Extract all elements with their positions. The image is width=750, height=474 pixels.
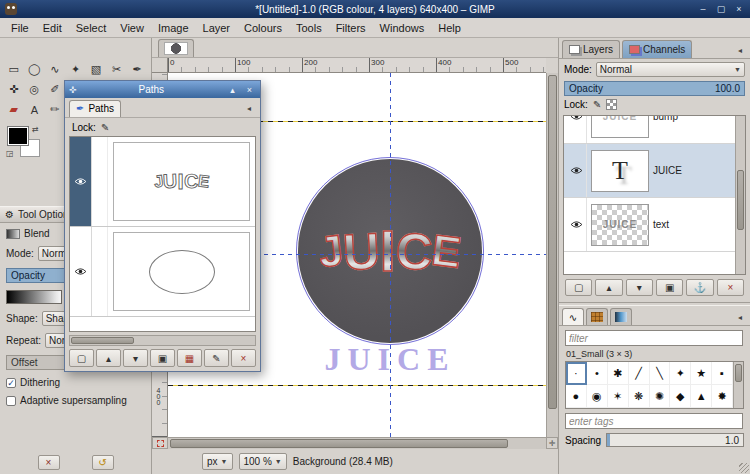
minimize-button[interactable]: – (696, 2, 710, 15)
layer-list-scrollbar[interactable] (735, 116, 745, 274)
menu-item[interactable]: File (4, 20, 36, 36)
brush-swatch[interactable]: ✺ (650, 385, 671, 408)
titlebar[interactable]: *[Untitled]-1.0 (RGB colour, 4 layers) 6… (0, 0, 750, 18)
eraser-tool[interactable]: ▰ (4, 100, 24, 119)
rectangle-select-tool[interactable]: ▭ (4, 60, 24, 79)
visibility-eye-icon[interactable] (567, 115, 587, 143)
tab-brushes[interactable]: ∿ (562, 308, 584, 325)
chain-cell[interactable] (92, 137, 108, 226)
visibility-eye-icon[interactable] (567, 144, 587, 197)
dithering-checkbox[interactable]: ✓ (6, 378, 16, 388)
paths-dialog-menu-button[interactable]: ◂ (242, 100, 256, 116)
lock-alpha-icon[interactable] (606, 99, 617, 110)
anchor-layer-button[interactable]: ⚓ (686, 279, 713, 296)
reset-colors-icon[interactable]: ◲ (6, 149, 14, 158)
tab-patterns[interactable] (586, 308, 608, 325)
close-dialog-button[interactable]: × (243, 83, 256, 96)
brush-swatch[interactable]: ✱ (608, 362, 629, 385)
paths-dialog-titlebar[interactable]: ✜ Paths ▴ × (65, 81, 260, 98)
adaptive-supersampling-checkbox[interactable] (6, 396, 16, 406)
scissors-select-tool[interactable]: ✂ (107, 60, 127, 79)
navigation-button[interactable]: ✛ (546, 437, 558, 449)
foreground-color-swatch[interactable] (8, 127, 28, 145)
visibility-eye-icon[interactable] (70, 227, 92, 316)
brush-swatch[interactable]: ❋ (629, 385, 650, 408)
window-resize-grip[interactable] (739, 463, 749, 473)
brush-swatch[interactable]: ◉ (587, 385, 608, 408)
brush-swatch[interactable]: ✸ (712, 385, 733, 408)
delete-tool-options-button[interactable]: × (38, 455, 60, 470)
tab-paths[interactable]: ✒ Paths (69, 100, 121, 117)
reset-tool-options-button[interactable]: ↺ (92, 455, 114, 470)
path-row-ellipse[interactable] (70, 227, 255, 317)
scrollbar-thumb[interactable] (71, 337, 134, 344)
visibility-eye-icon[interactable] (567, 198, 587, 251)
close-button[interactable]: × (732, 2, 746, 15)
canvas-vertical-scrollbar[interactable] (546, 73, 558, 437)
stroke-path-button[interactable]: ✎ (204, 349, 229, 367)
brush-swatch[interactable]: ✶ (608, 385, 629, 408)
unit-dropdown[interactable]: px▼ (202, 453, 233, 470)
new-path-button[interactable]: ▢ (69, 349, 94, 367)
brush-swatch[interactable]: ▲ (691, 385, 712, 408)
brush-swatch[interactable]: ◆ (670, 385, 691, 408)
paths-tool[interactable]: ✒ (127, 60, 147, 79)
lock-strokes-icon[interactable]: ✎ (101, 122, 109, 133)
tab-gradients[interactable] (610, 308, 632, 325)
quick-mask-toggle[interactable] (152, 437, 168, 449)
pencil-tool[interactable]: ✏ (45, 100, 65, 119)
menu-item[interactable]: Colours (237, 20, 289, 36)
free-select-tool[interactable]: ∿ (45, 60, 65, 79)
delete-path-button[interactable]: × (231, 349, 256, 367)
raise-layer-button[interactable]: ▴ (595, 279, 622, 296)
fuzzy-select-tool[interactable]: ✦ (66, 60, 86, 79)
brush-grid-scrollbar[interactable] (733, 362, 743, 408)
gradient-preview-swatch[interactable] (6, 290, 62, 304)
menu-item[interactable]: Windows (373, 20, 432, 36)
chain-cell[interactable] (92, 227, 108, 316)
raise-path-button[interactable]: ▴ (96, 349, 121, 367)
brush-01-small[interactable]: · (566, 362, 587, 385)
scrollbar-thumb[interactable] (170, 439, 508, 448)
visibility-eye-icon[interactable] (70, 137, 92, 226)
tab-channels[interactable]: Channels (622, 40, 692, 58)
scrollbar-thumb[interactable] (548, 75, 557, 409)
color-picker-tool[interactable]: ✐ (45, 80, 65, 99)
layer-mode-dropdown[interactable]: Normal▼ (596, 62, 745, 77)
menu-item[interactable]: View (113, 20, 151, 36)
menu-item[interactable]: Tools (289, 20, 329, 36)
image-tab[interactable] (158, 39, 194, 57)
lock-pixels-icon[interactable]: ✎ (593, 99, 601, 110)
horizontal-ruler[interactable]: 0100200300400500 (168, 58, 546, 73)
lower-layer-button[interactable]: ▾ (626, 279, 653, 296)
path-to-selection-button[interactable]: ▦ (177, 349, 202, 367)
new-layer-button[interactable]: ▢ (565, 279, 592, 296)
pin-icon[interactable]: ✜ (69, 85, 77, 95)
move-tool[interactable]: ✜ (4, 80, 24, 99)
maximize-button[interactable]: ▢ (714, 2, 728, 15)
brush-swatch[interactable]: ✦ (670, 362, 691, 385)
path-row-juice[interactable]: JUICE (70, 137, 255, 227)
paths-horizontal-scrollbar[interactable] (69, 335, 256, 346)
zoom-dropdown[interactable]: 100 %▼ (239, 453, 287, 470)
brush-tags-input[interactable] (565, 413, 743, 429)
text-tool[interactable]: A (25, 100, 45, 119)
layer-row-bump[interactable]: JUICE bump (564, 115, 735, 144)
ellipse-select-tool[interactable]: ◯ (25, 60, 45, 79)
canvas-horizontal-scrollbar[interactable] (168, 437, 546, 449)
vertical-guide[interactable] (390, 73, 391, 437)
layer-row-juice[interactable]: T JUICE (564, 144, 735, 198)
brush-swatch[interactable]: ╲ (650, 362, 671, 385)
collapse-dialog-button[interactable]: ▴ (226, 83, 239, 96)
menu-item[interactable]: Layer (196, 20, 238, 36)
menu-item[interactable]: Edit (36, 20, 69, 36)
duplicate-path-button[interactable]: ▣ (150, 349, 175, 367)
scrollbar-thumb[interactable] (735, 364, 742, 382)
layer-row-text[interactable]: JUICE text (564, 198, 735, 252)
spacing-slider[interactable]: 1.0 (606, 433, 744, 447)
menu-item[interactable]: Help (431, 20, 468, 36)
menu-item[interactable]: Select (69, 20, 114, 36)
brush-dock-menu-button[interactable]: ◂ (733, 309, 747, 325)
zoom-tool[interactable]: ◎ (25, 80, 45, 99)
dock-tab-menu-button[interactable]: ◂ (733, 42, 747, 58)
